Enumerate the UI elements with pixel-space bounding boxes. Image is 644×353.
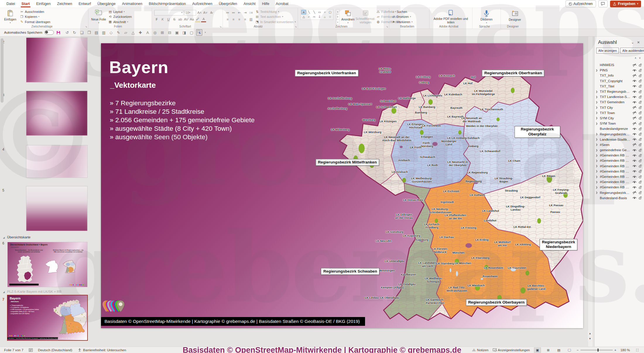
qat-icon[interactable]: ▢ xyxy=(189,30,194,35)
menu-item[interactable]: Zeichnen xyxy=(54,1,75,7)
columns-button[interactable]: ▥ xyxy=(249,17,254,22)
dialog-launcher-icon[interactable]: ⇘ xyxy=(295,25,297,28)
dialog-launcher-icon[interactable]: ⇘ xyxy=(85,25,87,28)
visibility-eye-icon[interactable] xyxy=(632,101,637,104)
format-painter-button[interactable]: ✎Format übertragen xyxy=(20,20,50,24)
arrange-button[interactable]: Anordnen▾ xyxy=(341,9,355,24)
unlock-icon[interactable] xyxy=(638,170,643,173)
expand-icon[interactable]: ❯ xyxy=(596,133,599,135)
zoom-level[interactable]: 180 % xyxy=(620,348,630,352)
zoom-out-button[interactable]: − xyxy=(577,348,579,352)
layer-row[interactable]: ❯ #Gemeinden RB Oberfranken xyxy=(595,169,644,174)
visibility-eye-off-icon[interactable] xyxy=(632,63,637,67)
shape-gallery-item[interactable]: ⇨ xyxy=(312,15,317,19)
shape-gallery-item[interactable]: ▢ xyxy=(328,10,333,14)
layer-row[interactable]: ❯ gemeindefreie Gebiete xyxy=(595,147,644,153)
visibility-eye-icon[interactable] xyxy=(632,196,637,199)
unlock-icon[interactable] xyxy=(638,138,643,141)
align-text-button[interactable]: ⊟Text ausrichten▾ xyxy=(255,15,296,19)
unlock-icon[interactable] xyxy=(638,149,643,152)
layer-row[interactable]: ❯ #Seen xyxy=(595,142,644,147)
unlock-icon[interactable] xyxy=(638,101,643,104)
copy-button[interactable]: ❐Kopieren▾ xyxy=(20,15,50,19)
region-label[interactable]: Regierungsbezirk Niederbayern xyxy=(539,239,577,251)
menu-item[interactable]: Ansicht xyxy=(241,1,258,7)
visibility-eye-icon[interactable] xyxy=(632,85,637,88)
expand-icon[interactable]: ❯ xyxy=(596,90,599,93)
unlock-icon[interactable] xyxy=(638,95,643,99)
bullets-button[interactable]: ≔ xyxy=(225,10,230,15)
slide-scrollbar[interactable] xyxy=(588,37,592,347)
menu-item[interactable]: Start xyxy=(18,1,32,7)
layout-button[interactable]: ▤Layout▾ xyxy=(108,10,132,14)
next-slide-button[interactable]: ▼ xyxy=(588,336,592,341)
font-color-button[interactable]: A xyxy=(201,16,206,22)
visibility-eye-icon[interactable] xyxy=(632,79,637,82)
visibility-eye-icon[interactable] xyxy=(632,69,637,72)
slide-credit-bar[interactable]: Basisdaten © OpenStreetMap-Mitwirkende |… xyxy=(101,317,365,326)
section-header[interactable]: ◢ PLZ-5-Karte Bayern mit LK/SK + RB xyxy=(3,290,61,293)
unlock-icon[interactable] xyxy=(638,122,643,125)
region-label[interactable]: Regierungsbezirk Mittelfranken xyxy=(316,159,379,166)
unlock-icon[interactable] xyxy=(638,79,643,82)
gallery-scroll-up[interactable]: ▲ xyxy=(336,9,340,14)
unlock-icon[interactable] xyxy=(638,191,643,194)
find-button[interactable]: ⌕Suchen xyxy=(392,10,412,14)
map-pin[interactable] xyxy=(116,300,125,312)
expand-icon[interactable]: ❯ xyxy=(596,149,599,151)
layer-row[interactable]: ❯ Landkreise-Stadtkreise (ohn… xyxy=(595,137,644,142)
unlock-icon[interactable] xyxy=(638,132,643,136)
show-all-button[interactable]: Alle anzeigen xyxy=(596,48,619,54)
qat-icon[interactable]: ⊞ xyxy=(160,30,165,35)
slide-thumbnail-6[interactable]: Übersichtskarte Deutschland + Bayern _Ve… xyxy=(8,242,87,287)
menu-item[interactable]: Datei xyxy=(4,1,18,7)
gallery-more[interactable]: ▾ xyxy=(336,20,340,25)
menu-item[interactable]: Aufzeichnen xyxy=(189,1,215,7)
visibility-eye-off-icon[interactable] xyxy=(632,74,637,77)
layer-row[interactable]: ❯ #Gemeinden RB Unterfrank… xyxy=(595,179,644,185)
menu-item[interactable]: Übergänge xyxy=(95,1,119,7)
underline-button[interactable]: U xyxy=(166,17,171,22)
visibility-eye-icon[interactable] xyxy=(632,164,637,168)
visibility-eye-off-icon[interactable] xyxy=(632,106,637,109)
visibility-eye-icon[interactable] xyxy=(632,149,637,152)
unlock-icon[interactable] xyxy=(638,74,643,77)
layer-row[interactable]: ❯ TXT_Titel xyxy=(595,84,644,89)
expand-icon[interactable]: ❯ xyxy=(596,175,599,178)
reading-view-button[interactable]: ▤ xyxy=(556,348,562,352)
text-direction-button[interactable]: ⇅Textrichtung▾ xyxy=(255,10,296,14)
layer-row[interactable]: ❯ TXT Landkreise-Stadtkreise xyxy=(595,94,644,99)
expand-icon[interactable]: ❯ xyxy=(596,181,599,183)
slide-thumbnail-7[interactable]: Bayern _Vektorkarte » 7 Regierungsbezirk… xyxy=(8,295,87,340)
region-label[interactable]: Regierungsbezirk Schwaben xyxy=(321,268,380,275)
align-left-button[interactable]: ≡ xyxy=(225,17,230,22)
shape-gallery-item[interactable]: ⇩ xyxy=(317,15,322,19)
shrink-font-button[interactable]: A˅ xyxy=(203,10,208,15)
slide-canvas[interactable]: Bayern _Vektorkarte » 7 Regierungsbezirk… xyxy=(101,43,583,328)
text-shadow-button[interactable]: ab xyxy=(178,17,183,22)
slide-thumbnail-3[interactable] xyxy=(26,91,87,135)
layer-row[interactable]: ❯ TXT Town xyxy=(595,110,644,116)
qat-icon[interactable]: A xyxy=(145,30,150,35)
align-center-button[interactable]: ≡ xyxy=(231,17,236,22)
slide-subtitle[interactable]: _Vektorkarte xyxy=(110,81,156,91)
expand-icon[interactable]: ❯ xyxy=(596,165,599,167)
layer-row[interactable]: ❯ #Gemeinden RB Mittelfrank… xyxy=(595,174,644,179)
expand-icon[interactable]: ❯ xyxy=(596,170,599,173)
expand-icon[interactable]: ❯ xyxy=(596,143,599,146)
bold-button[interactable]: F xyxy=(154,17,159,22)
expand-icon[interactable]: ❯ xyxy=(596,159,599,162)
visibility-eye-icon[interactable] xyxy=(632,95,637,99)
visibility-eye-off-icon[interactable] xyxy=(632,143,637,146)
quick-styles-button[interactable]: Schnellformat-vorlagen xyxy=(357,9,375,24)
region-label[interactable]: Regierungsbezirk Oberpfalz xyxy=(514,126,560,138)
visibility-eye-icon[interactable] xyxy=(632,154,637,157)
qat-icon[interactable]: ✎ xyxy=(116,30,121,35)
menu-item[interactable]: Hilfe xyxy=(259,1,272,7)
visibility-eye-icon[interactable] xyxy=(632,186,637,189)
shape-gallery-item[interactable]: ⌂ xyxy=(322,15,327,19)
visibility-eye-off-icon[interactable] xyxy=(632,122,637,125)
visibility-eye-off-icon[interactable] xyxy=(632,191,637,194)
menu-item[interactable]: Acrobat xyxy=(273,1,291,7)
unlock-icon[interactable] xyxy=(638,154,643,157)
